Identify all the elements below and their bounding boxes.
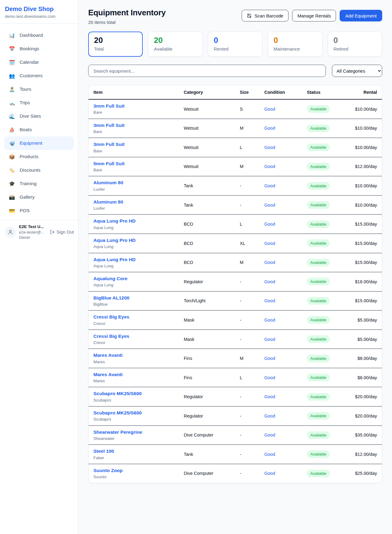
stat-card-total[interactable]: 20 Total — [88, 32, 143, 57]
add-equipment-button[interactable]: Add Equipment — [340, 10, 382, 21]
item-name-link[interactable]: 3mm Full Suit — [93, 122, 174, 128]
products-box-icon: 📦 — [9, 154, 15, 160]
table-row: Aqua Lung Pro HD Aqua Lung BCD M Good Av… — [89, 253, 382, 272]
sidebar-item-gallery[interactable]: 📸 Gallery — [4, 190, 74, 204]
rental-price: $10.00/day — [346, 99, 382, 119]
condition-link[interactable]: Good — [264, 126, 275, 131]
condition-link[interactable]: Good — [264, 203, 275, 208]
stat-card-rented[interactable]: 0 Rented — [208, 32, 262, 57]
manage-rentals-button[interactable]: Manage Rentals — [292, 10, 336, 21]
category-cell: BCD — [179, 215, 235, 234]
nav-item-label: Customers — [20, 73, 43, 78]
item-name-link[interactable]: Aqualung Core — [93, 276, 174, 281]
item-name-link[interactable]: Scubapro MK25/S600 — [93, 410, 174, 416]
item-name-link[interactable]: BigBlue AL1200 — [93, 295, 174, 301]
status-badge: Available — [307, 143, 330, 151]
item-name-link[interactable]: Cressi Big Eyes — [93, 333, 174, 339]
item-name-link[interactable]: Cressi Big Eyes — [93, 314, 174, 320]
condition-cell: Good — [259, 157, 302, 176]
condition-link[interactable]: Good — [264, 337, 275, 342]
discounts-tag-icon: 🏷️ — [9, 167, 15, 173]
category-cell: Regulator — [179, 406, 235, 426]
sidebar-item-dashboard[interactable]: 📊 Dashboard — [4, 29, 74, 42]
item-name-link[interactable]: Shearwater Peregrine — [93, 429, 174, 435]
category-cell: Tank — [179, 176, 235, 196]
item-name-link[interactable]: Aluminum 80 — [93, 199, 174, 205]
filter-row: All Categories — [88, 65, 382, 77]
item-name-link[interactable]: Scubapro MK25/S600 — [93, 391, 174, 396]
category-cell: Mask — [179, 330, 235, 349]
item-brand: Faber — [93, 456, 174, 460]
condition-link[interactable]: Good — [264, 164, 275, 169]
sidebar-item-pos[interactable]: 💳 POS — [4, 204, 74, 217]
condition-link[interactable]: Good — [264, 183, 275, 188]
condition-link[interactable]: Good — [264, 433, 275, 437]
search-input[interactable] — [88, 65, 326, 77]
condition-link[interactable]: Good — [264, 471, 275, 476]
avatar — [5, 227, 16, 238]
item-name-link[interactable]: 3mm Full Suit — [93, 141, 174, 147]
item-name-link[interactable]: Mares Avanti — [93, 352, 174, 358]
condition-link[interactable]: Good — [264, 241, 275, 246]
stat-card-retired[interactable]: 0 Retired — [328, 32, 382, 57]
condition-link[interactable]: Good — [264, 107, 275, 112]
condition-link[interactable]: Good — [264, 375, 275, 380]
scan-barcode-button[interactable]: Scan Barcode — [242, 10, 288, 21]
sidebar-item-trips[interactable]: 🛥️ Trips — [4, 96, 74, 109]
sidebar-item-products[interactable]: 📦 Products — [4, 150, 74, 163]
item-name-link[interactable]: Steel 100 — [93, 448, 174, 454]
sidebar-item-training[interactable]: 🎓 Training — [4, 177, 74, 190]
sidebar-item-boats[interactable]: ⛵ Boats — [4, 123, 74, 136]
status-cell: Available — [302, 253, 346, 272]
item-name-link[interactable]: Aluminum 80 — [93, 180, 174, 185]
condition-link[interactable]: Good — [264, 279, 275, 284]
sidebar-item-bookings[interactable]: 📅 Bookings — [4, 42, 74, 55]
condition-link[interactable]: Good — [264, 414, 275, 418]
condition-link[interactable]: Good — [264, 318, 275, 322]
item-name-link[interactable]: Aqua Lung Pro HD — [93, 237, 174, 243]
item-name-link[interactable]: Aqua Lung Pro HD — [93, 218, 174, 224]
sidebar-item-tours[interactable]: 🏝️ Tours — [4, 82, 74, 96]
status-badge: Available — [307, 335, 330, 343]
app-root: Demo Dive Shop demo.test.divestreams.com… — [0, 0, 392, 534]
sidebar-item-calendar[interactable]: 🗓️ Calendar — [4, 55, 74, 69]
stat-card-maintenance[interactable]: 0 Maintenance — [268, 32, 322, 57]
user-section: E2E Test U... e2e-tester@... Owner Sign … — [0, 220, 78, 244]
sidebar-item-customers[interactable]: 👥 Customers — [4, 69, 74, 82]
condition-link[interactable]: Good — [264, 260, 275, 265]
category-cell: Wetsuit — [179, 138, 235, 157]
rental-price: $15.00/day — [346, 215, 382, 234]
user-role: Owner — [19, 235, 47, 240]
nav-item-label: POS — [20, 208, 30, 213]
stat-card-available[interactable]: 20 Available — [148, 32, 202, 57]
condition-link[interactable]: Good — [264, 356, 275, 361]
condition-link[interactable]: Good — [264, 394, 275, 399]
item-brand: Aqua Lung — [93, 283, 174, 288]
item-cell: Aqualung Core Aqua Lung — [89, 272, 179, 292]
rental-price: $5.00/day — [346, 330, 382, 349]
item-name-link[interactable]: 3mm Full Suit — [93, 103, 174, 109]
rental-price: $15.00/day — [346, 234, 382, 253]
item-cell: Scubapro MK25/S600 Scubapro — [89, 387, 179, 406]
item-name-link[interactable]: 5mm Full Suit — [93, 161, 174, 166]
item-brand: BigBlue — [93, 302, 174, 307]
condition-link[interactable]: Good — [264, 298, 275, 303]
condition-link[interactable]: Good — [264, 145, 275, 150]
sidebar-item-equipment[interactable]: 🤿 Equipment — [4, 136, 74, 150]
item-name-link[interactable]: Aqua Lung Pro HD — [93, 257, 174, 262]
table-row: BigBlue AL1200 BigBlue Torch/Light - Goo… — [89, 291, 382, 311]
rental-price: $35.00/day — [346, 425, 382, 445]
condition-link[interactable]: Good — [264, 452, 275, 457]
sidebar-item-dive-sites[interactable]: 🌊 Dive Sites — [4, 109, 74, 123]
item-brand: Aqua Lung — [93, 225, 174, 230]
sign-out-button[interactable]: Sign Out — [50, 230, 74, 235]
size-cell: - — [235, 272, 259, 292]
brand-name[interactable]: Demo Dive Shop — [5, 6, 73, 13]
item-name-link[interactable]: Suunto Zoop — [93, 467, 174, 473]
stat-label: Total — [94, 46, 137, 51]
item-name-link[interactable]: Mares Avanti — [93, 372, 174, 377]
equipment-table-card: Item Category Size Condition Status Rent… — [88, 85, 382, 483]
category-select[interactable]: All Categories — [332, 65, 382, 77]
sidebar-item-discounts[interactable]: 🏷️ Discounts — [4, 163, 74, 177]
condition-link[interactable]: Good — [264, 222, 275, 227]
